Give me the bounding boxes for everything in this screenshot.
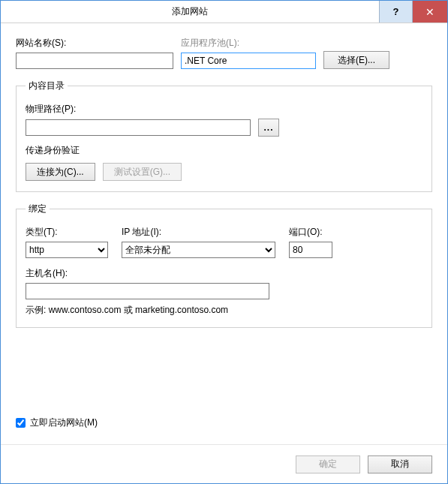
- dialog-footer: 确定 取消: [1, 444, 447, 483]
- binding-host-field: 主机名(H):: [26, 267, 422, 299]
- site-name-input[interactable]: [16, 53, 173, 69]
- auth-buttons: 连接为(C)... 测试设置(G)...: [26, 163, 422, 181]
- apppool-label: 应用程序池(L):: [181, 37, 316, 50]
- binding-ip-label: IP 地址(I):: [122, 226, 275, 239]
- binding-row-1: 类型(T): http IP 地址(I): 全部未分配 端口(O):: [26, 226, 422, 258]
- dialog-content: 网站名称(S): 应用程序池(L): 选择(E)... 内容目录 物理路径(P)…: [1, 23, 447, 438]
- cancel-button[interactable]: 取消: [368, 455, 432, 473]
- apppool-field: 应用程序池(L):: [181, 37, 316, 69]
- binding-host-input[interactable]: [26, 283, 269, 299]
- site-name-label: 网站名称(S):: [16, 37, 173, 50]
- binding-port-label: 端口(O):: [289, 226, 332, 239]
- binding-port-input[interactable]: [289, 242, 332, 258]
- help-button[interactable]: ?: [379, 1, 413, 23]
- physical-path-input[interactable]: [26, 119, 251, 136]
- binding-example-text: 示例: www.contoso.com 或 marketing.contoso.…: [26, 304, 422, 317]
- binding-legend: 绑定: [26, 203, 50, 215]
- site-row: 网站名称(S): 应用程序池(L): 选择(E)...: [16, 37, 432, 69]
- browse-path-button[interactable]: ...: [258, 119, 279, 137]
- start-immediately-checkbox[interactable]: [16, 418, 26, 428]
- site-name-field: 网站名称(S):: [16, 37, 173, 69]
- apppool-input[interactable]: [181, 53, 316, 69]
- binding-ip-field: IP 地址(I): 全部未分配: [122, 226, 275, 258]
- binding-type-label: 类型(T):: [26, 226, 108, 239]
- passthrough-auth-label: 传递身份验证: [26, 144, 422, 157]
- connect-as-button[interactable]: 连接为(C)...: [26, 163, 95, 181]
- titlebar: 添加网站 ? ✕: [1, 1, 447, 23]
- binding-type-field: 类型(T): http: [26, 226, 108, 258]
- test-settings-button: 测试设置(G)...: [103, 163, 182, 181]
- select-apppool-button[interactable]: 选择(E)...: [323, 51, 389, 69]
- binding-group: 绑定 类型(T): http IP 地址(I): 全部未分配 端口(O): 主机…: [16, 203, 432, 328]
- start-immediately-label: 立即启动网站(M): [30, 416, 98, 429]
- binding-type-select[interactable]: http: [26, 242, 108, 258]
- start-immediately-row: 立即启动网站(M): [16, 416, 432, 429]
- binding-host-label: 主机名(H):: [26, 267, 422, 280]
- physical-path-field: 物理路径(P): ...: [26, 103, 422, 137]
- dialog-title: 添加网站: [1, 5, 379, 18]
- titlebar-buttons: ? ✕: [379, 1, 447, 23]
- physical-path-label: 物理路径(P):: [26, 103, 422, 116]
- close-button[interactable]: ✕: [413, 1, 447, 23]
- binding-port-field: 端口(O):: [289, 226, 332, 258]
- ok-button: 确定: [296, 455, 360, 473]
- content-directory-group: 内容目录 物理路径(P): ... 传递身份验证 连接为(C)... 测试设置(…: [16, 80, 432, 192]
- content-directory-legend: 内容目录: [26, 80, 68, 92]
- binding-ip-select[interactable]: 全部未分配: [122, 242, 275, 258]
